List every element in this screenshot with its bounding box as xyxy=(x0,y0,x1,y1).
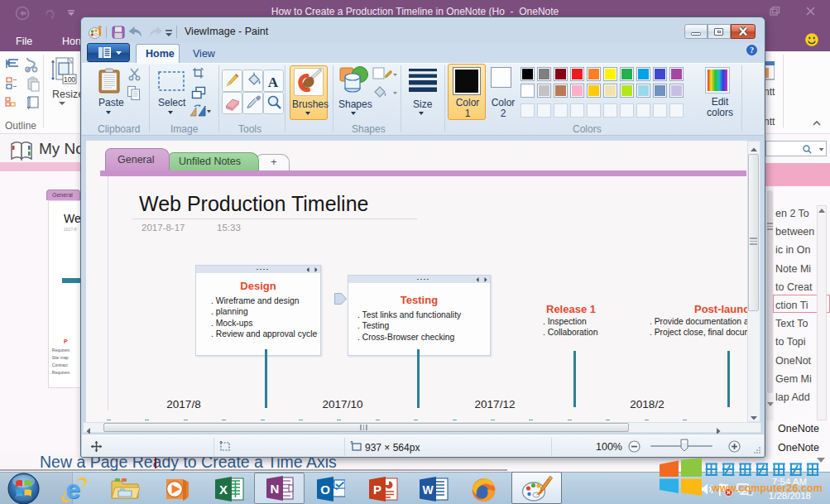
svg-text:O: O xyxy=(320,482,330,497)
svg-text:100: 100 xyxy=(64,75,75,84)
svg-text:N: N xyxy=(271,482,280,496)
svg-text:A: A xyxy=(268,74,279,90)
svg-text:P: P xyxy=(373,482,381,497)
svg-text:?: ? xyxy=(750,46,754,55)
svg-text:X: X xyxy=(219,482,228,497)
svg-text:W: W xyxy=(422,483,434,497)
